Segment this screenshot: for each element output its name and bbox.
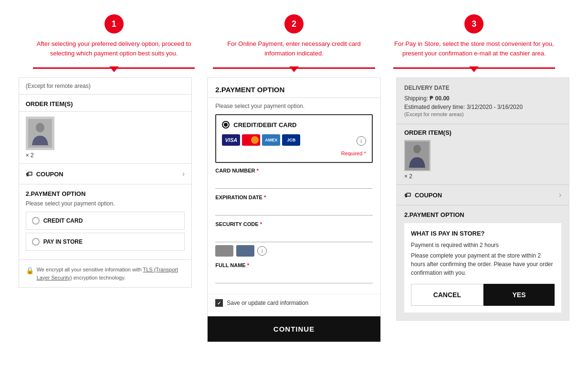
security-icons-row: i <box>215 245 372 257</box>
card-number-label: CARD NUMBER * <box>215 168 372 173</box>
divider-line-1 <box>33 67 195 69</box>
step-2: 2 For Online Payment, enter necessary cr… <box>213 14 375 58</box>
fullname-label: FULL NAME * <box>215 262 372 268</box>
col3-delivery-title: DELIVERY DATE <box>404 85 561 91</box>
save-card-label: Save or update card information <box>227 300 308 306</box>
step-circle-2: 2 <box>284 14 304 33</box>
step-text-1: After selecting your preferred delivery … <box>33 39 195 58</box>
col2-card-logos: VISA AMEX JCB <box>222 134 300 146</box>
col2-save-card-row[interactable]: ✓ Save or update card information <box>208 294 380 312</box>
security-info-icon[interactable]: i <box>257 246 267 256</box>
column-3: DELIVERY DATE Shipping: ₱ 00.00 Estimate… <box>396 77 569 321</box>
col1-payment-title: 2.PAYMENT OPTION <box>26 190 185 197</box>
col2-form: CARD NUMBER * EXPIRATION DATE * SECURITY… <box>208 168 380 294</box>
col1-pay-store-option[interactable]: PAY IN STORE <box>26 233 185 251</box>
expiration-input[interactable] <box>215 202 372 216</box>
step-text-2: For Online Payment, enter necessary cred… <box>213 39 375 58</box>
svg-point-1 <box>36 123 44 132</box>
col3-action-row: CANCEL YES <box>411 284 555 306</box>
col3-coupon-label: COUPON <box>415 192 442 199</box>
coupon-icon: 🏷 <box>26 170 32 178</box>
col1-coupon-label: COUPON <box>36 171 63 178</box>
expiration-label: EXPIRATION DATE * <box>215 194 372 200</box>
security-code-input[interactable] <box>215 229 372 242</box>
col3-estimated-row: Estimated delivery time: 3/12/2020 - 3/1… <box>404 104 561 110</box>
steps-row: 1 After selecting your preferred deliver… <box>10 14 578 58</box>
security-star: * <box>260 221 262 227</box>
col2-subtitle: Please select your payment option. <box>208 98 380 114</box>
col1-coupon-arrow: › <box>182 170 185 178</box>
col1-product-qty: × 2 <box>26 152 185 159</box>
col2-payment-method-box: CREDIT/DEBIT CARD VISA AMEX JCB i Requir… <box>215 114 372 163</box>
security-code-label: SECURITY CODE * <box>215 221 372 227</box>
divider-line-2 <box>213 67 375 69</box>
col2-card-logos-row: VISA AMEX JCB i <box>222 134 366 148</box>
card-number-star: * <box>257 168 259 173</box>
col1-order-items: × 2 <box>19 112 191 164</box>
col1-credit-card-radio[interactable] <box>32 217 40 225</box>
col1-pay-store-label: PAY IN STORE <box>43 238 83 245</box>
save-card-checkbox[interactable]: ✓ <box>215 299 223 307</box>
col3-order-title: ORDER ITEM(S) <box>404 129 561 140</box>
visa-logo: VISA <box>222 134 240 146</box>
step-1: 1 After selecting your preferred deliver… <box>33 14 195 58</box>
step-circle-1: 1 <box>105 14 124 33</box>
svg-point-3 <box>413 145 421 153</box>
amex-logo: AMEX <box>262 134 280 146</box>
tls-link[interactable]: TLS (Transport Layer Security) <box>37 267 178 280</box>
col3-coupon-left: 🏷 COUPON <box>404 191 442 199</box>
col3-coupon-arrow: › <box>559 191 561 199</box>
col1-product-image <box>26 117 54 150</box>
col1-encrypt-text: We encrypt all your sensitive informatio… <box>37 266 185 281</box>
col3-coupon-row[interactable]: 🏷 COUPON › <box>397 185 569 205</box>
col3-product-qty: × 2 <box>404 173 561 180</box>
step-circle-3: 3 <box>464 14 483 33</box>
fullname-star: * <box>247 262 249 268</box>
col3-pay-in-store-line2: Please complete your payment at the stor… <box>411 251 555 277</box>
col1-coupon-row[interactable]: 🏷 COUPON › <box>19 164 191 184</box>
col2-title: 2.PAYMENT OPTION <box>208 78 380 98</box>
col3-shipping-row: Shipping: ₱ 00.00 <box>404 95 561 102</box>
mastercard-logo <box>242 134 260 146</box>
col1-credit-card-option[interactable]: CREDIT CARD <box>26 212 185 230</box>
jcb-logo: JCB <box>282 134 300 146</box>
col1-encrypt-notice: 🔒 We encrypt all your sensitive informat… <box>19 260 191 287</box>
col3-order-section: ORDER ITEM(S) × 2 <box>397 124 569 185</box>
lock-icon: 🔒 <box>26 266 34 276</box>
fullname-input[interactable] <box>215 270 372 283</box>
col3-delivery-section: DELIVERY DATE Shipping: ₱ 00.00 Estimate… <box>397 78 569 124</box>
col3-pay-in-store-line1: Payment is required within 2 hours <box>411 241 555 249</box>
columns-row: (Except for remote areas) ORDER ITEM(S) … <box>10 77 578 342</box>
divider-1 <box>33 67 195 69</box>
col1-pay-store-radio[interactable] <box>32 238 40 246</box>
cancel-button[interactable]: CANCEL <box>411 284 483 306</box>
sec-icon-1 <box>215 245 233 257</box>
col1-payment-subtitle: Please select your payment option. <box>26 200 185 207</box>
col3-shipping-label: Shipping: <box>404 95 428 102</box>
col3-payment-title: 2.PAYMENT OPTION <box>404 211 561 218</box>
column-1: (Except for remote areas) ORDER ITEM(S) … <box>19 77 192 288</box>
col1-payment-section: 2.PAYMENT OPTION Please select your paym… <box>19 184 191 260</box>
continue-button[interactable]: CONTINUE <box>208 316 380 342</box>
col1-credit-card-label: CREDIT CARD <box>43 217 83 224</box>
card-info-icon[interactable]: i <box>357 136 366 146</box>
col1-coupon-left: 🏷 COUPON <box>26 170 63 178</box>
col3-payment-section: 2.PAYMENT OPTION WHAT IS PAY IN STORE? P… <box>397 205 569 320</box>
yes-button[interactable]: YES <box>483 284 555 306</box>
col2-required-text: Required * <box>222 151 366 156</box>
step-3: 3 For Pay in Store, select the store mos… <box>393 14 556 58</box>
divider-line-3 <box>393 67 556 69</box>
step-text-3: For Pay in Store, select the store most … <box>393 39 556 58</box>
sec-icon-2 <box>236 245 254 257</box>
col2-radio-filled[interactable] <box>222 121 230 129</box>
col3-pay-in-store-title: WHAT IS PAY IN STORE? <box>411 230 555 237</box>
col1-except-note: (Except for remote areas) <box>19 78 191 95</box>
col3-product-image <box>404 140 430 171</box>
card-number-input[interactable] <box>215 175 372 189</box>
col2-method-label: CREDIT/DEBIT CARD <box>233 121 296 129</box>
col3-pay-in-store-box: WHAT IS PAY IN STORE? Payment is require… <box>404 223 561 313</box>
col3-except-note: (Except for remote areas) <box>404 111 561 117</box>
expiration-star: * <box>264 194 266 200</box>
col2-method-header: CREDIT/DEBIT CARD <box>222 121 366 129</box>
divider-row <box>10 67 578 69</box>
